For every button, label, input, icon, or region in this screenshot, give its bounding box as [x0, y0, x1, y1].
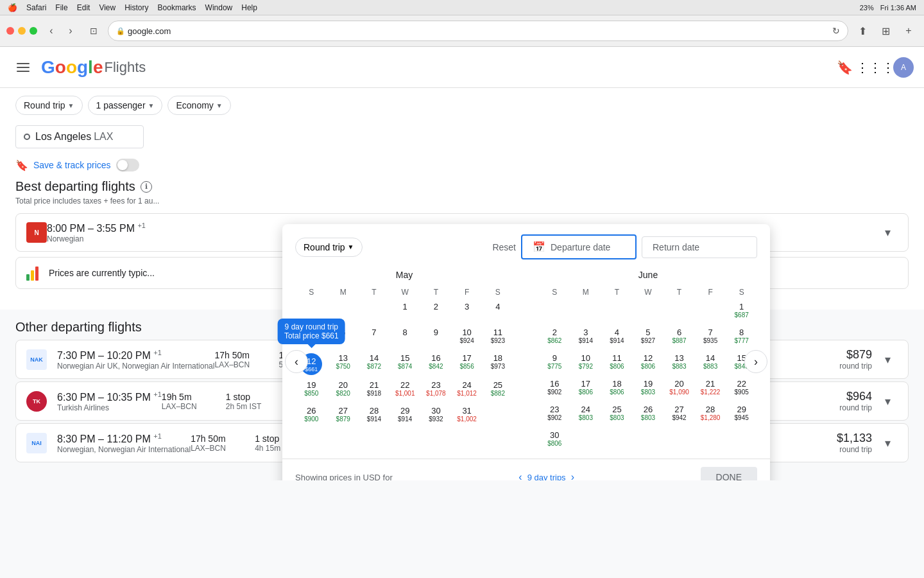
calendar-day-cell[interactable]: 5 — [295, 325, 328, 351]
calendar-day-cell[interactable]: 29$945 — [726, 402, 757, 428]
calendar-day-cell[interactable]: 1 — [389, 299, 420, 325]
calendar-next-button[interactable]: › — [744, 350, 767, 373]
calendar-day-cell[interactable]: 19$803 — [633, 376, 664, 402]
calendar-day-cell[interactable]: 20$820 — [328, 378, 359, 403]
departure-date-input[interactable]: 📅 Departure date — [521, 234, 637, 259]
duration-prev-button[interactable]: ‹ — [518, 471, 522, 480]
calendar-day-cell[interactable]: 5$927 — [633, 325, 664, 351]
calendar-day-cell[interactable]: 26$900 — [295, 403, 328, 429]
flight1-expand-button[interactable]: ▾ — [877, 349, 898, 370]
calendar-day-cell[interactable]: 31$1,002 — [452, 403, 483, 429]
sidebar-toggle-button[interactable]: ⊡ — [85, 22, 103, 40]
calendar-day-cell[interactable]: 20$1,090 — [663, 376, 695, 402]
calendar-day-cell[interactable]: 30$932 — [420, 403, 451, 429]
calendar-day-cell[interactable]: 3$914 — [570, 325, 602, 351]
calendar-day-cell[interactable]: 14$872 — [359, 351, 389, 378]
calendar-day-cell[interactable]: 14$883 — [695, 351, 726, 376]
calendar-day-cell[interactable]: 8$777 — [726, 325, 757, 351]
flight2-expand-button[interactable]: ▾ — [877, 391, 898, 412]
calendar-day-cell[interactable]: 17$856 — [452, 351, 483, 378]
calendar-day-cell[interactable]: 12$806 — [633, 351, 664, 376]
back-button[interactable]: ‹ — [42, 22, 60, 40]
calendar-day-cell[interactable]: 25$803 — [601, 402, 633, 428]
calendar-day-cell[interactable]: 22$905 — [726, 376, 757, 402]
forward-button[interactable]: › — [62, 22, 80, 40]
calendar-day-cell[interactable]: 18$806 — [601, 376, 633, 402]
bookmarks-menu[interactable]: Bookmarks — [158, 3, 196, 12]
calendar-day-cell[interactable]: 13$883 — [663, 351, 695, 376]
calendar-day-cell[interactable]: 21$918 — [359, 378, 389, 403]
calendar-day-cell[interactable]: 2$862 — [539, 325, 570, 351]
passenger-count-button[interactable]: 1 passenger ▼ — [88, 96, 163, 115]
save-track-toggle[interactable] — [116, 159, 139, 171]
calendar-day-cell[interactable]: 6$887 — [663, 325, 695, 351]
calendar-prev-button[interactable]: ‹ — [285, 350, 308, 373]
new-tab-button[interactable]: ⊞ — [877, 22, 894, 40]
user-avatar[interactable]: A — [893, 57, 914, 78]
calendar-day-cell[interactable]: 8 — [389, 325, 420, 351]
calendar-day-cell[interactable]: 4 — [483, 299, 513, 325]
origin-input[interactable]: Los Angeles LAX — [15, 125, 144, 148]
return-date-input[interactable]: Return date — [642, 236, 757, 258]
calendar-day-cell[interactable]: 19$850 — [295, 378, 328, 403]
calendar-day-cell[interactable]: 7$935 — [695, 325, 726, 351]
calendar-day-cell[interactable]: 3 — [452, 299, 483, 325]
cabin-class-button[interactable]: Economy ▼ — [167, 96, 230, 115]
calendar-day-cell[interactable]: 27$942 — [663, 402, 695, 428]
flight3-expand-button[interactable]: ▾ — [877, 433, 898, 453]
calendar-day-cell[interactable]: 11$806 — [601, 351, 633, 376]
calendar-day-cell[interactable]: 6 — [328, 325, 359, 351]
calendar-day-cell[interactable]: 16$902 — [539, 376, 570, 402]
calendar-day-cell[interactable]: 30$806 — [539, 428, 570, 453]
duration-next-button[interactable]: › — [571, 471, 574, 480]
address-bar[interactable]: 🔒 google.com ↻ — [108, 21, 848, 41]
calendar-day-cell[interactable]: 9$775 — [539, 351, 570, 376]
calendar-day-cell[interactable]: 13$750 — [328, 351, 359, 378]
bookmark-button[interactable]: 🔖 — [832, 55, 857, 80]
calendar-reset-button[interactable]: Reset — [492, 242, 516, 252]
calendar-day-cell[interactable]: 11$923 — [483, 325, 513, 351]
add-tab-button[interactable]: + — [900, 22, 918, 40]
calendar-day-cell[interactable]: 18$973 — [483, 351, 513, 378]
minimize-window-button[interactable] — [18, 27, 26, 35]
calendar-done-button[interactable]: DONE — [701, 467, 757, 480]
refresh-button[interactable]: ↻ — [832, 26, 840, 36]
share-button[interactable]: ⬆ — [853, 22, 871, 40]
calendar-day-cell[interactable]: 25$882 — [483, 378, 513, 403]
calendar-day-cell[interactable]: 1$687 — [726, 299, 757, 325]
help-menu[interactable]: Help — [241, 3, 257, 12]
calendar-day-cell[interactable]: 21$1,222 — [695, 376, 726, 402]
trip-type-button[interactable]: Round trip ▼ — [15, 96, 83, 115]
calendar-day-cell[interactable]: 10$924 — [452, 325, 483, 351]
calendar-day-cell[interactable]: 27$879 — [328, 403, 359, 429]
close-window-button[interactable] — [6, 27, 14, 35]
calendar-day-cell[interactable]: 23$1,078 — [420, 378, 451, 403]
window-menu[interactable]: Window — [205, 3, 233, 12]
calendar-day-cell[interactable]: 23$902 — [539, 402, 570, 428]
calendar-day-cell[interactable]: 16$842 — [420, 351, 451, 378]
apple-menu[interactable]: 🍎 — [8, 3, 17, 12]
hamburger-menu-button[interactable] — [10, 55, 36, 80]
calendar-day-cell[interactable]: 28$914 — [359, 403, 389, 429]
calendar-day-cell[interactable]: 4$914 — [601, 325, 633, 351]
calendar-day-cell[interactable]: 7 — [359, 325, 389, 351]
calendar-day-cell[interactable]: 17$806 — [570, 376, 602, 402]
calendar-day-cell[interactable]: 10$792 — [570, 351, 602, 376]
calendar-day-cell[interactable]: 26$803 — [633, 402, 664, 428]
calendar-day-cell[interactable]: 15$874 — [389, 351, 420, 378]
calendar-day-cell[interactable]: 24$803 — [570, 402, 602, 428]
maximize-window-button[interactable] — [30, 27, 37, 35]
calendar-day-cell[interactable]: 22$1,001 — [389, 378, 420, 403]
history-menu[interactable]: History — [124, 3, 148, 12]
calendar-day-cell[interactable]: 24$1,012 — [452, 378, 483, 403]
edit-menu[interactable]: Edit — [77, 3, 90, 12]
apps-grid-button[interactable]: ⋮⋮⋮ — [862, 55, 888, 80]
calendar-day-cell[interactable]: 2 — [420, 299, 451, 325]
calendar-trip-type-button[interactable]: Round trip ▼ — [295, 238, 363, 257]
calendar-day-cell[interactable]: 9 — [420, 325, 451, 351]
info-icon[interactable]: ℹ — [141, 181, 152, 193]
safari-menu[interactable]: Safari — [26, 3, 46, 12]
calendar-day-cell[interactable]: 29$914 — [389, 403, 420, 429]
calendar-day-cell[interactable]: 28$1,280 — [695, 402, 726, 428]
view-menu[interactable]: View — [99, 3, 116, 12]
